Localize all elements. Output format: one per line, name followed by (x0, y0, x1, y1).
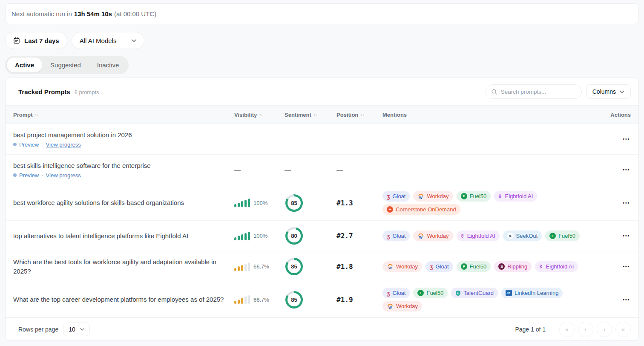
visibility-cell: 66.7% (234, 295, 285, 304)
fuel50-icon: F (461, 193, 467, 199)
mention-badge-eightfold[interactable]: ∞ Eightfold AI (535, 261, 578, 272)
table-row: best project management solution in 2026… (6, 124, 638, 155)
position-value: #1.9 (336, 296, 353, 304)
sentiment-value: 85 (291, 200, 297, 206)
row-actions-button[interactable]: ••• (622, 199, 631, 207)
filter-row: Last 7 days All AI Models (5, 32, 639, 49)
row-actions-button[interactable]: ••• (622, 296, 631, 304)
mention-badge-fuel50[interactable]: F Fuel50 (457, 191, 491, 202)
eightfold-icon: ∞ (538, 265, 544, 268)
row-actions-button[interactable]: ••• (622, 135, 631, 143)
tabs-segmented-control: Active Suggested Inactive (5, 56, 129, 74)
visibility-cell: 100% (234, 199, 285, 207)
row-actions-button[interactable]: ••• (622, 262, 631, 271)
view-progress-link[interactable]: View progress (46, 172, 81, 179)
mention-badge-linkedin-learning[interactable]: in LinkedIn Learning (501, 288, 563, 298)
gloat-icon: ʒ (387, 233, 390, 239)
columns-label: Columns (592, 88, 616, 95)
search-icon (491, 89, 497, 95)
preview-status: Preview - View progress (13, 141, 234, 148)
date-range-button[interactable]: Last 7 days (5, 32, 67, 49)
talentguard-shield-icon (455, 290, 461, 296)
visibility-percent: 100% (253, 233, 267, 239)
visibility-cell: — (234, 136, 285, 143)
tab-inactive[interactable]: Inactive (89, 58, 127, 72)
tracked-prompts-panel: Tracked Prompts 6 prompts Columns Prompt… (5, 78, 639, 341)
mention-badge-gloat[interactable]: ʒ Gloat (382, 288, 410, 298)
mention-badge-fuel50[interactable]: F Fuel50 (413, 288, 448, 298)
mention-badge-gloat[interactable]: ʒ Gloat (382, 191, 410, 202)
countdown-time: 13h 54m 10s (74, 10, 112, 17)
page-title: Tracked Prompts (18, 88, 70, 95)
mention-badge-talentguard[interactable]: TalentGuard (451, 288, 498, 298)
visibility-percent: 66.7% (253, 297, 269, 303)
workday-icon: w (417, 193, 424, 199)
mention-badge-gloat[interactable]: ʒ Gloat (426, 261, 453, 272)
visibility-cell: 66.7% (234, 262, 285, 271)
mention-badge-eightfold[interactable]: ∞ Eightfold AI (494, 191, 537, 202)
visibility-bars-icon (234, 262, 250, 271)
workday-icon: w (387, 264, 394, 270)
prompt-cell: best skills intelligence software for th… (13, 161, 234, 179)
position-value: #1.8 (336, 262, 353, 271)
mention-badge-fuel50[interactable]: F Fuel50 (545, 231, 580, 241)
column-header-prompt[interactable]: Prompt ↑↓ (13, 112, 234, 118)
mention-badge-rippling[interactable]: ≋ Rippling (494, 261, 532, 272)
previous-page-button[interactable]: ‹ (578, 322, 593, 337)
column-header-sentiment[interactable]: Sentiment ↑↓ (285, 112, 336, 118)
visibility-cell: — (234, 166, 285, 174)
visibility-bars-icon (234, 232, 250, 240)
sort-icon[interactable]: ↑↓ (259, 112, 262, 117)
mention-badge-workday[interactable]: w Workday (382, 301, 422, 311)
mention-badge-workday[interactable]: w Workday (413, 191, 453, 202)
visibility-cell: 100% (234, 232, 285, 240)
svg-text:w: w (388, 265, 392, 269)
row-actions-button[interactable]: ••• (622, 232, 631, 240)
gloat-icon: ʒ (430, 264, 433, 270)
column-header-mentions: Mentions (382, 112, 607, 118)
sort-icon[interactable]: ↑↓ (35, 112, 38, 117)
ai-models-dropdown[interactable]: All AI Models (72, 32, 145, 49)
table-row: best skills intelligence software for th… (6, 155, 638, 185)
row-actions-button[interactable]: ••• (622, 166, 631, 174)
date-range-label: Last 7 days (24, 37, 59, 44)
prompt-count-badge: 6 prompts (75, 89, 99, 95)
ai-models-label: All AI Models (80, 37, 117, 44)
chevron-down-icon (620, 90, 624, 93)
mention-badge-seekout[interactable]: s› SeekOut (503, 231, 542, 241)
mentions-cell: ʒ Gloat F Fuel50 TalentGuard in LinkedIn… (382, 288, 607, 311)
mention-badge-gloat[interactable]: ʒ Gloat (382, 231, 410, 241)
prompt-text: Which are the best tools for workforce a… (13, 257, 234, 276)
position-value: #1.3 (336, 199, 353, 207)
eightfold-icon: ∞ (497, 194, 503, 198)
mention-badge-workday[interactable]: w Workday (413, 231, 453, 241)
calendar-icon (13, 37, 20, 44)
mention-badge-cornerstone[interactable]: ✦ Cornerstone OnDemand (382, 204, 460, 215)
mention-badge-fuel50[interactable]: F Fuel50 (457, 261, 491, 272)
table-footer: Rows per page 10 Page 1 of 1 « ‹ › » (6, 317, 638, 340)
cornerstone-icon: ✦ (387, 206, 393, 213)
last-page-button[interactable]: » (615, 322, 631, 337)
position-cell: #1.3 (336, 199, 382, 207)
sort-icon[interactable]: ↑↓ (360, 112, 364, 117)
tab-active[interactable]: Active (7, 58, 42, 72)
first-page-button[interactable]: « (559, 322, 575, 337)
visibility-percent: 100% (253, 200, 267, 206)
next-page-button[interactable]: › (597, 322, 612, 337)
search-input[interactable] (501, 89, 576, 95)
sentiment-ring: 85 (285, 194, 303, 212)
column-header-position[interactable]: Position ↑↓ (336, 112, 382, 118)
eightfold-icon: ∞ (460, 234, 466, 238)
sentiment-ring: 85 (285, 291, 303, 309)
rows-per-page-select[interactable]: 10 (63, 323, 90, 336)
view-progress-link[interactable]: View progress (46, 141, 81, 148)
mention-badge-eightfold[interactable]: ∞ Eightfold AI (457, 231, 500, 241)
visibility-percent: 66.7% (253, 263, 269, 270)
mentions-cell: w Workday ʒ Gloat F Fuel50 ≋ Rippling ∞ … (382, 261, 607, 272)
mention-badge-workday[interactable]: w Workday (382, 261, 422, 272)
columns-dropdown-button[interactable]: Columns (586, 84, 631, 99)
column-header-visibility[interactable]: Visibility ↑↓ (234, 112, 285, 118)
chevron-down-icon (80, 328, 84, 331)
tab-suggested[interactable]: Suggested (42, 58, 89, 72)
sort-icon[interactable]: ↑↓ (313, 112, 317, 117)
